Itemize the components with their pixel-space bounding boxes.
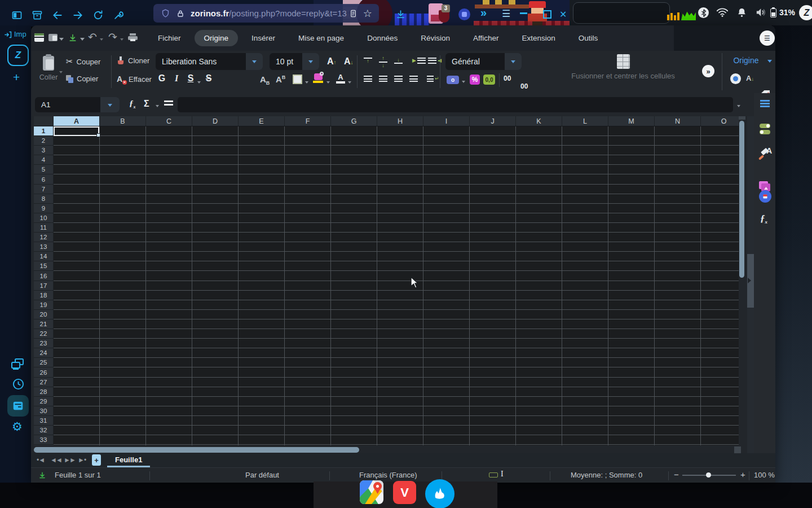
styles-paint-roller-icon[interactable]: A [758,146,772,159]
row-header-18[interactable]: 18 [34,291,54,300]
h-scroll-end-cap[interactable] [734,446,741,453]
cell-reference-box[interactable]: A1 [35,97,120,112]
superscript-button[interactable]: AB [276,75,285,84]
strikethrough-button[interactable]: S [204,73,214,84]
row-header-13[interactable]: 13 [34,242,54,252]
panel-menu-icon[interactable] [760,100,770,107]
row-header-17[interactable]: 17 [34,281,54,291]
row-header-5[interactable]: 5 [34,165,54,174]
dock-librewolf-icon[interactable] [425,479,454,508]
currency-format-button[interactable]: o [447,76,459,84]
status-style-name[interactable]: Par défaut [245,471,279,479]
browser-tile-icon[interactable] [11,10,23,21]
bookmark-star-icon[interactable]: ☆ [363,8,372,19]
increase-font-button[interactable]: A↑ [327,56,337,67]
selection-fill-handle[interactable] [96,133,100,137]
row-header-19[interactable]: 19 [34,300,54,310]
grid-cells[interactable] [54,126,739,445]
browser-forward-icon[interactable] [72,10,83,21]
thousands-format-button[interactable]: 0,0 [483,75,495,85]
menu-tab-origine[interactable]: Origine [195,30,239,46]
status-language[interactable]: Français (France) [359,471,417,479]
taskbar-empty-slot[interactable] [573,2,670,24]
column-header-K[interactable]: K [516,116,562,126]
bluetooth-icon[interactable] [698,7,709,18]
properties-toggles-icon[interactable] [760,124,770,134]
sort-button[interactable]: A↓ [746,74,754,82]
panel-history-clock-icon[interactable] [11,377,25,391]
formula-input[interactable] [178,97,733,112]
undo-icon[interactable]: ↶ [88,30,97,43]
shield-icon[interactable] [160,8,170,19]
row-header-21[interactable]: 21 [34,319,54,329]
align-middle-button[interactable]: ↑↓ [379,56,387,68]
row-header-7[interactable]: 7 [34,185,54,194]
sheet-prev-button[interactable]: ◄◄ [50,456,61,464]
format-style-icon[interactable] [730,73,741,84]
align-justify-button[interactable] [409,76,418,82]
row-header-27[interactable]: 27 [34,378,54,387]
menu-tab-données[interactable]: Données [358,30,407,46]
zorin-menu-icon[interactable]: Z [799,5,812,20]
formula-collapse-caret[interactable] [737,105,740,109]
paste-dropdown-caret[interactable] [59,71,63,75]
decrease-font-button[interactable]: A↓ [344,56,354,67]
row-header-11[interactable]: 11 [34,223,54,233]
sheet-last-button[interactable]: ►• [78,456,86,464]
menu-tab-extension[interactable]: Extension [513,30,565,46]
row-header-33[interactable]: 33 [34,435,54,445]
merge-center-button[interactable]: Fusionner et centrer les cellules [536,53,710,89]
row-header-31[interactable]: 31 [34,416,54,426]
column-header-I[interactable]: I [423,116,470,126]
browser-compass-icon[interactable] [759,190,771,203]
dock-vivaldi-icon[interactable]: V [393,481,416,504]
clone-button[interactable]: Cloner [117,56,149,65]
status-zoom-level[interactable]: 100 % [754,471,775,479]
window-close-icon[interactable]: ✕ [559,9,567,20]
panel-splitter[interactable] [747,116,754,453]
fill-color-button[interactable] [313,73,323,84]
sheet-first-button[interactable]: •◄ [37,456,45,464]
paste-button[interactable]: Coller [36,54,61,89]
row-header-8[interactable]: 8 [34,194,54,204]
v-scroll-thumb[interactable] [739,121,744,278]
row-header-14[interactable]: 14 [34,252,54,261]
column-header-F[interactable]: F [285,116,331,126]
menu-tab-insérer[interactable]: Insérer [242,30,285,46]
lock-icon[interactable] [175,8,186,19]
wrap-text-button[interactable]: ↵ [427,76,439,82]
row-header-25[interactable]: 25 [34,358,54,367]
column-header-A[interactable]: A [54,116,100,126]
open-dropdown-caret[interactable] [59,38,64,43]
row-header-32[interactable]: 32 [34,426,54,435]
battery-icon[interactable] [770,7,776,17]
underline-dropdown-caret[interactable] [197,81,201,85]
horizontal-scrollbar[interactable] [34,446,739,453]
zoom-slider-handle[interactable] [706,472,711,478]
row-header-6[interactable]: 6 [34,175,54,185]
panel-notes-icon[interactable] [11,399,25,413]
vertical-scrollbar[interactable] [739,116,745,445]
column-header-C[interactable]: C [146,116,192,126]
import-icon[interactable] [3,30,12,39]
row-header-12[interactable]: 12 [34,233,54,242]
align-center-button[interactable] [379,76,387,82]
ribbon-more-button[interactable]: » [702,65,714,77]
save-dropdown-caret[interactable] [80,38,85,43]
column-header-N[interactable]: N [655,116,701,126]
undo-dropdown-caret[interactable] [100,38,103,42]
cell-style-caret[interactable] [767,60,772,65]
function-panel-icon[interactable]: ƒx [760,213,767,225]
number-format-combo[interactable]: Général [445,53,522,70]
row-header-23[interactable]: 23 [34,339,54,348]
column-header-L[interactable]: L [562,116,608,126]
row-header-28[interactable]: 28 [34,387,54,397]
h-scroll-thumb[interactable] [34,447,359,453]
menu-tab-fichier[interactable]: Fichier [148,30,191,46]
extensions-puzzle-icon[interactable] [458,8,470,20]
browser-menu-icon[interactable]: ☰ [502,8,510,20]
insert-function-button[interactable]: ƒx [129,99,136,110]
borders-dropdown-caret[interactable] [305,81,308,85]
row-header-30[interactable]: 30 [34,406,54,416]
subscript-button[interactable]: AB [260,75,270,86]
